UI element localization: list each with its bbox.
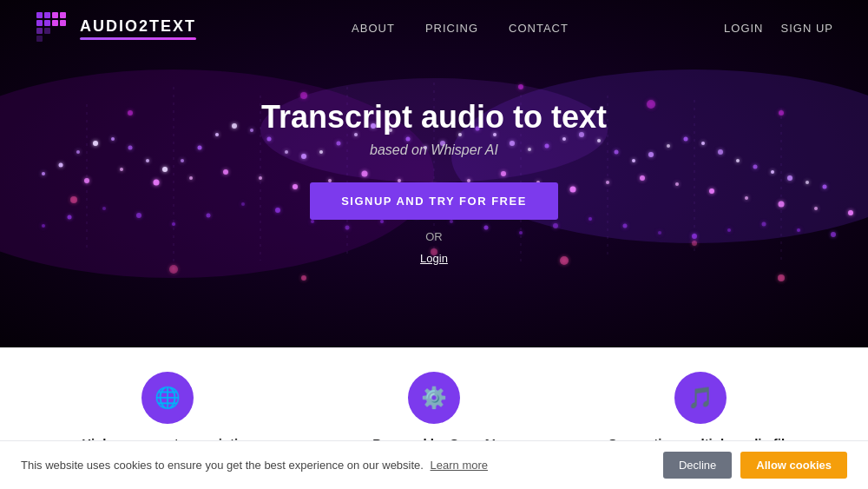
svg-point-54: [718, 149, 723, 155]
or-text: OR: [261, 230, 607, 243]
svg-point-81: [727, 228, 731, 232]
svg-point-63: [102, 207, 106, 210]
feature-accuracy-icon: 🌐: [141, 372, 194, 424]
svg-point-114: [778, 274, 785, 281]
svg-point-60: [823, 185, 827, 189]
svg-point-104: [745, 196, 748, 200]
hero-title: Transcript audio to text: [261, 99, 607, 135]
svg-point-48: [615, 150, 619, 155]
svg-point-78: [623, 224, 628, 228]
svg-point-19: [111, 137, 115, 141]
hero-subtitle: based on Whisper AI: [261, 142, 607, 158]
svg-point-87: [154, 180, 160, 186]
nav-signup[interactable]: SIGN UP: [781, 22, 833, 35]
svg-point-22: [162, 167, 168, 172]
svg-point-61: [42, 224, 45, 228]
svg-point-25: [215, 133, 219, 136]
feature-formats-icon: 🎵: [674, 372, 727, 424]
svg-point-56: [753, 165, 758, 169]
svg-point-103: [709, 188, 714, 194]
svg-point-23: [181, 159, 184, 162]
svg-point-57: [771, 170, 774, 174]
nav-pricing[interactable]: PRICING: [425, 22, 478, 35]
feature-formats: 🎵 Supporting multiple audio file: [605, 372, 796, 451]
svg-rect-7: [60, 20, 66, 26]
svg-point-64: [136, 213, 141, 218]
svg-point-102: [675, 182, 679, 186]
cta-signup-button[interactable]: SIGNUP AND TRY FOR FREE: [310, 182, 558, 220]
nav-about[interactable]: ABOUT: [352, 22, 395, 35]
nav-login[interactable]: LOGIN: [724, 22, 763, 35]
cookie-decline-button[interactable]: Decline: [663, 452, 732, 479]
logo-text: AUDIO2TEXT: [80, 17, 196, 35]
svg-point-59: [806, 181, 809, 184]
svg-rect-10: [36, 36, 43, 42]
logo-icon: [35, 10, 71, 47]
nav-contact[interactable]: CONTACT: [509, 22, 569, 35]
feature-openai: ⚙️ Powered by OpenAI: [339, 372, 529, 451]
svg-point-89: [223, 169, 228, 175]
navbar: AUDIO2TEXT ABOUT PRICING CONTACT LOGIN S…: [0, 0, 868, 56]
svg-point-27: [250, 129, 253, 132]
hero-content: Transcript audio to text based on Whispe…: [261, 99, 607, 266]
svg-point-62: [68, 215, 72, 220]
svg-point-82: [762, 222, 766, 227]
svg-rect-0: [36, 12, 43, 18]
svg-rect-1: [44, 12, 50, 18]
nav-auth: LOGIN SIGN UP: [724, 22, 833, 35]
svg-point-65: [172, 222, 175, 226]
svg-point-118: [647, 100, 655, 109]
svg-point-86: [120, 168, 123, 171]
cookie-learn-more-link[interactable]: Learn more: [431, 459, 488, 472]
svg-point-84: [831, 232, 836, 237]
svg-point-50: [648, 152, 654, 157]
svg-rect-3: [44, 20, 50, 26]
svg-point-55: [736, 159, 740, 162]
svg-point-107: [848, 210, 853, 215]
feature-accuracy: 🌐 High accuracy transcription: [72, 372, 263, 451]
svg-point-88: [189, 176, 193, 180]
svg-point-83: [797, 228, 800, 232]
svg-point-67: [241, 202, 245, 206]
svg-point-79: [658, 231, 661, 235]
svg-point-26: [232, 123, 237, 129]
svg-rect-8: [36, 28, 43, 34]
cookie-message: This website uses cookies to ensure you …: [21, 459, 646, 472]
svg-point-53: [701, 142, 705, 145]
svg-point-15: [42, 172, 45, 175]
svg-point-108: [70, 196, 77, 203]
svg-point-52: [684, 137, 688, 142]
svg-rect-5: [60, 12, 66, 18]
svg-point-21: [146, 159, 149, 162]
svg-rect-9: [44, 28, 50, 34]
svg-rect-2: [36, 20, 43, 26]
feature-openai-icon: ⚙️: [408, 372, 460, 424]
cookie-allow-button[interactable]: Allow cookies: [740, 452, 847, 479]
svg-point-101: [640, 175, 645, 181]
cookie-banner: This website uses cookies to ensure you …: [0, 440, 868, 489]
svg-point-116: [300, 92, 307, 99]
svg-point-16: [59, 163, 63, 168]
svg-point-106: [814, 207, 818, 210]
svg-point-66: [207, 214, 211, 218]
svg-rect-4: [52, 12, 58, 18]
svg-point-24: [198, 146, 202, 150]
svg-point-110: [301, 275, 306, 281]
svg-point-18: [93, 141, 98, 146]
svg-point-17: [76, 150, 80, 154]
svg-point-115: [128, 110, 133, 116]
svg-point-58: [787, 175, 792, 181]
cookie-buttons: Decline Allow cookies: [663, 452, 847, 479]
svg-rect-6: [52, 20, 58, 26]
nav-links: ABOUT PRICING CONTACT: [352, 22, 569, 35]
svg-point-20: [128, 146, 133, 150]
svg-point-51: [667, 144, 670, 148]
svg-point-49: [632, 159, 635, 162]
logo-underline: [80, 37, 196, 40]
logo[interactable]: AUDIO2TEXT: [35, 10, 196, 47]
hero-login-link[interactable]: Login: [420, 252, 448, 265]
